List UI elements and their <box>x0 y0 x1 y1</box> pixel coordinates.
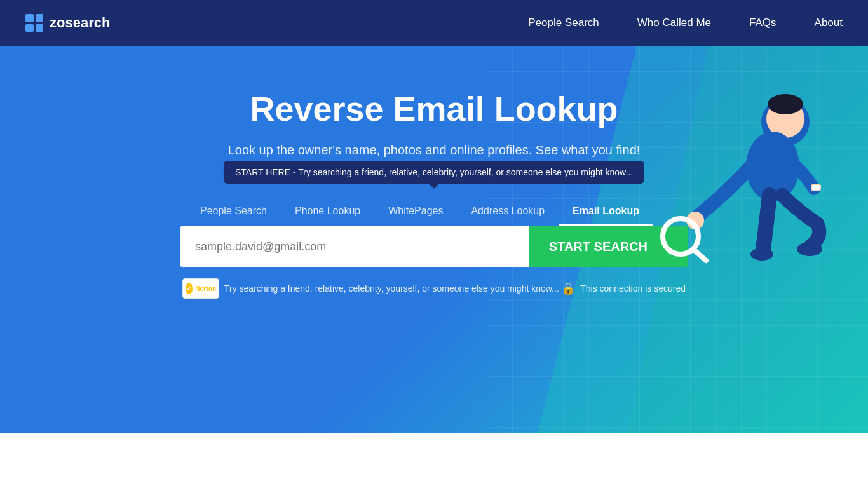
norton-trust-text: Try searching a friend, relative, celebr… <box>224 283 559 294</box>
nav-people-search[interactable]: People Search <box>528 17 599 29</box>
site-logo[interactable]: zosearch <box>25 14 110 32</box>
lock-icon: 🔒 <box>561 281 575 295</box>
search-tabs: People Search Phone Lookup WhitePages Ad… <box>180 198 688 226</box>
hero-subtitle: Look up the owner's name, photos and onl… <box>180 140 688 159</box>
tab-phone-lookup[interactable]: Phone Lookup <box>281 198 374 226</box>
logo-grid-icon <box>25 14 43 32</box>
search-input[interactable] <box>180 226 529 267</box>
norton-check-icon: ✓ <box>186 283 193 294</box>
svg-rect-10 <box>812 185 820 190</box>
hero-section: Reverse Email Lookup Look up the owner's… <box>0 46 868 433</box>
svg-line-6 <box>694 250 706 261</box>
norton-logo: ✓ Norton <box>182 278 219 299</box>
norton-badge: ✓ Norton Try searching a friend, relativ… <box>182 278 559 299</box>
search-box: START SEARCH → <box>180 226 688 267</box>
nav-who-called-me[interactable]: Who Called Me <box>637 17 711 29</box>
search-tooltip: START HERE - Try searching a friend, rel… <box>224 161 644 184</box>
tab-address-lookup[interactable]: Address Lookup <box>457 198 559 226</box>
nav-about[interactable]: About <box>815 17 843 29</box>
logo-text: zosearch <box>50 15 110 31</box>
search-button-label: START SEARCH <box>549 240 648 254</box>
hero-illustration <box>646 84 843 300</box>
svg-point-2 <box>768 94 803 114</box>
svg-point-8 <box>797 242 822 256</box>
trust-bar: ✓ Norton Try searching a friend, relativ… <box>180 278 688 299</box>
nav-links: People Search Who Called Me FAQs About <box>528 17 843 29</box>
norton-brand: Norton <box>195 285 216 292</box>
navbar: zosearch People Search Who Called Me FAQ… <box>0 0 868 46</box>
svg-point-7 <box>750 248 773 261</box>
hero-title: Reverse Email Lookup <box>180 90 688 128</box>
search-container: START HERE - Try searching a friend, rel… <box>180 191 688 299</box>
tab-whitepages[interactable]: WhitePages <box>374 198 457 226</box>
tab-email-lookup[interactable]: Email Lookup <box>559 198 653 226</box>
nav-faqs[interactable]: FAQs <box>749 17 776 29</box>
bottom-white-area <box>0 433 868 488</box>
tab-people-search[interactable]: People Search <box>186 198 281 226</box>
